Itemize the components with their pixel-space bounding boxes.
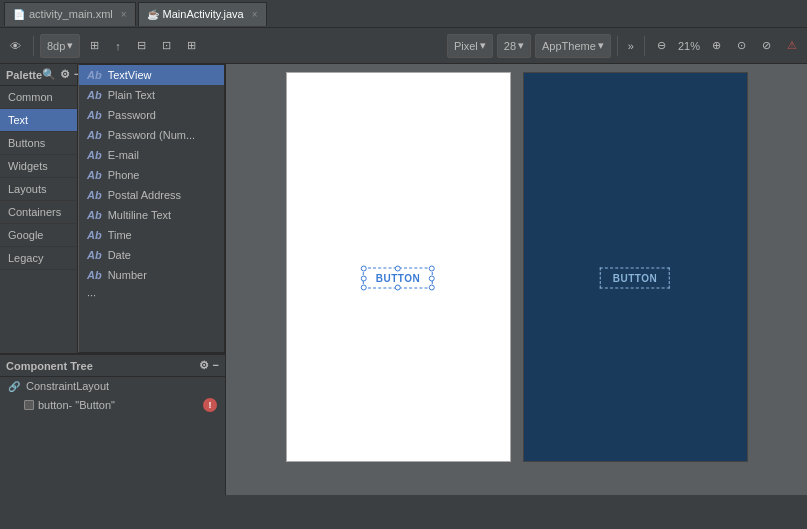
button-widget-dark[interactable]: BUTTON <box>600 268 670 289</box>
theme-label: AppTheme <box>542 40 596 52</box>
component-tree-title: Component Tree <box>6 360 93 372</box>
magnet-button[interactable]: ↑ <box>109 33 127 59</box>
zoom-in-button[interactable]: ⊕ <box>706 33 727 59</box>
align-v-button[interactable]: ⊡ <box>156 33 177 59</box>
text-item-date[interactable]: Ab Date <box>79 245 224 265</box>
handle-bot-left <box>361 285 367 291</box>
dp-dropdown[interactable]: 8dp ▾ <box>40 34 80 58</box>
chevron-down-icon: ▾ <box>480 39 486 52</box>
handle-bot-mid <box>395 285 401 291</box>
button-label-dark: BUTTON <box>613 273 657 284</box>
separator <box>617 36 618 56</box>
item-label: E-mail <box>108 149 139 161</box>
xml-file-icon: 📄 <box>13 9 25 20</box>
button-label-light: BUTTON <box>376 273 420 284</box>
palette-header-icons: 🔍 ⚙ − <box>42 68 80 81</box>
component-tree: Component Tree ⚙ − 🔗 ConstraintLayout bu… <box>0 354 225 415</box>
refresh-button[interactable]: ⊘ <box>756 33 777 59</box>
sidebar-item-buttons[interactable]: Buttons <box>0 132 77 155</box>
tree-item-button[interactable]: button- "Button" ! <box>0 395 225 415</box>
text-item-plain-text[interactable]: Ab Plain Text <box>79 85 224 105</box>
item-label: Multiline Text <box>108 209 171 221</box>
guide-button[interactable]: ⊞ <box>181 33 202 59</box>
ab-icon: Ab <box>87 249 102 261</box>
tab-label: MainActivity.java <box>163 8 244 20</box>
button-widget-light[interactable]: BUTTON <box>363 268 433 289</box>
tab-close-button[interactable]: × <box>252 9 258 20</box>
item-label: Date <box>108 249 131 261</box>
sidebar-item-common[interactable]: Common <box>0 86 77 109</box>
overflow-icon[interactable]: » <box>624 38 638 54</box>
ab-icon: Ab <box>87 269 102 281</box>
palette-header: Palette 🔍 ⚙ − <box>0 64 77 86</box>
text-item-phone[interactable]: Ab Phone <box>79 165 224 185</box>
eye-button[interactable]: 👁 <box>4 33 27 59</box>
ab-icon: Ab <box>87 189 102 201</box>
gear-icon[interactable]: ⚙ <box>60 68 70 81</box>
separator <box>644 36 645 56</box>
fit-button[interactable]: ⊙ <box>731 33 752 59</box>
left-panel: Palette 🔍 ⚙ − Common Text Buttons Widget… <box>0 64 226 495</box>
gear-icon[interactable]: ⚙ <box>199 359 209 372</box>
tab-close-button[interactable]: × <box>121 9 127 20</box>
handle-top-mid <box>395 266 401 272</box>
button-icon <box>24 400 34 410</box>
text-item-password[interactable]: Ab Password <box>79 105 224 125</box>
sidebar-item-layouts[interactable]: Layouts <box>0 178 77 201</box>
text-item-email[interactable]: Ab E-mail <box>79 145 224 165</box>
canvas-area: BUTTON BUTTON <box>226 64 807 495</box>
text-item-textview[interactable]: Ab TextView <box>79 65 224 85</box>
dp-value: 8dp <box>47 40 65 52</box>
handle-bot-right <box>429 285 435 291</box>
ab-icon: Ab <box>87 169 102 181</box>
grid-button[interactable]: ⊞ <box>84 33 105 59</box>
item-label: Number <box>108 269 147 281</box>
ab-icon: Ab <box>87 109 102 121</box>
text-item-more[interactable]: ··· <box>79 285 224 305</box>
palette-section: Palette 🔍 ⚙ − Common Text Buttons Widget… <box>0 64 225 354</box>
tree-item-label: ConstraintLayout <box>26 380 109 392</box>
minimize-icon[interactable]: − <box>213 359 219 372</box>
theme-dropdown[interactable]: AppTheme ▾ <box>535 34 611 58</box>
item-label: Time <box>108 229 132 241</box>
pixel-label: Pixel <box>454 40 478 52</box>
tab-main-activity[interactable]: ☕ MainActivity.java × <box>138 2 267 26</box>
error-button[interactable]: ⚠ <box>781 33 803 59</box>
tab-activity-main[interactable]: 📄 activity_main.xml × <box>4 2 136 26</box>
sidebar-item-text[interactable]: Text <box>0 109 77 132</box>
api-label: 28 <box>504 40 516 52</box>
sidebar-item-containers[interactable]: Containers <box>0 201 77 224</box>
text-item-password-num[interactable]: Ab Password (Num... <box>79 125 224 145</box>
pixel-dropdown[interactable]: Pixel ▾ <box>447 34 493 58</box>
main-layout: Palette 🔍 ⚙ − Common Text Buttons Widget… <box>0 64 807 495</box>
text-item-number[interactable]: Ab Number <box>79 265 224 285</box>
ab-icon: Ab <box>87 229 102 241</box>
chevron-down-icon: ▾ <box>67 39 73 52</box>
zoom-out-button[interactable]: ⊖ <box>651 33 672 59</box>
api-dropdown[interactable]: 28 ▾ <box>497 34 531 58</box>
sidebar-item-legacy[interactable]: Legacy <box>0 247 77 270</box>
component-tree-header: Component Tree ⚙ − <box>0 355 225 377</box>
align-h-button[interactable]: ⊟ <box>131 33 152 59</box>
text-item-time[interactable]: Ab Time <box>79 225 224 245</box>
item-label: Password (Num... <box>108 129 195 141</box>
tab-label: activity_main.xml <box>29 8 113 20</box>
chevron-down-icon: ▾ <box>518 39 524 52</box>
item-label: Postal Address <box>108 189 181 201</box>
ab-icon: Ab <box>87 89 102 101</box>
palette-panel: Palette 🔍 ⚙ − Common Text Buttons Widget… <box>0 64 78 353</box>
search-icon[interactable]: 🔍 <box>42 68 56 81</box>
sidebar-item-widgets[interactable]: Widgets <box>0 155 77 178</box>
component-tree-icons: ⚙ − <box>199 359 219 372</box>
item-label: Plain Text <box>108 89 156 101</box>
sidebar-item-google[interactable]: Google <box>0 224 77 247</box>
java-file-icon: ☕ <box>147 9 159 20</box>
handle-mid-left <box>361 275 367 281</box>
text-items-menu: Ab TextView Ab Plain Text Ab Password Ab… <box>78 64 225 353</box>
tree-item-constraint-layout[interactable]: 🔗 ConstraintLayout <box>0 377 225 395</box>
text-item-postal[interactable]: Ab Postal Address <box>79 185 224 205</box>
text-item-multiline[interactable]: Ab Multiline Text <box>79 205 224 225</box>
ab-icon: Ab <box>87 209 102 221</box>
zoom-percent: 21% <box>676 40 702 52</box>
error-badge: ! <box>203 398 217 412</box>
